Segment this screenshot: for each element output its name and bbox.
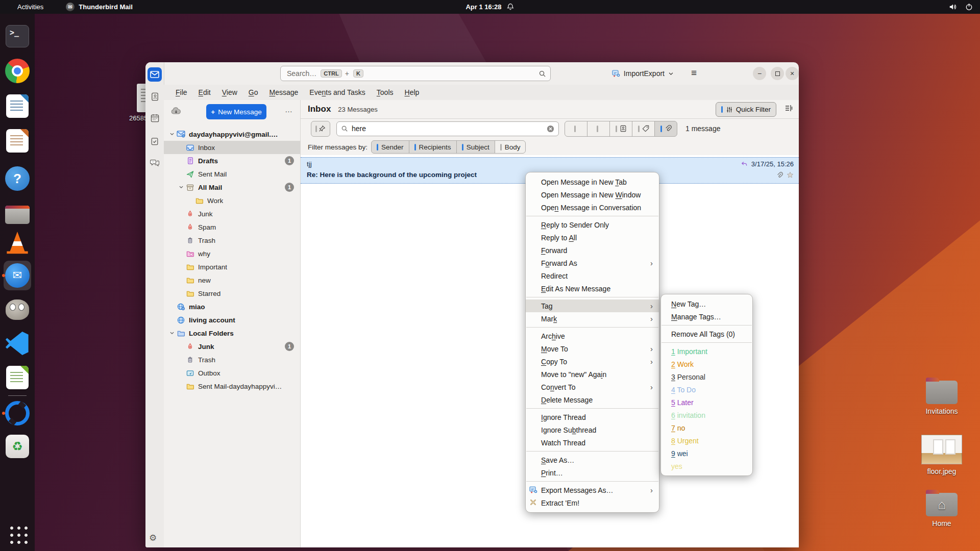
menu-item-watch-thread[interactable]: Watch Thread <box>526 436 659 449</box>
desktop-icon-floor-jpeg[interactable]: floor.jpeg <box>914 435 970 475</box>
desktop-icon-home[interactable]: ⌂ Home <box>914 489 970 528</box>
menubar-help[interactable]: Help <box>400 87 424 98</box>
filter-by-body-button[interactable]: Body <box>495 140 526 154</box>
menu-item-yes[interactable]: yes <box>661 460 752 472</box>
menu-item-3-personal[interactable]: 3 Personal <box>661 370 752 383</box>
menu-item-reply-to-all[interactable]: Reply to All <box>526 231 659 244</box>
folder-item-important[interactable]: Important <box>164 260 300 273</box>
settings-gear-icon[interactable]: ⚙ <box>149 533 157 543</box>
calendar-space-button[interactable] <box>149 112 160 123</box>
menu-item-4-to-do[interactable]: 4 To Do <box>661 383 752 396</box>
menu-item-forward[interactable]: Forward <box>526 244 659 257</box>
quick-filter-search-input[interactable]: here <box>336 121 559 136</box>
pin-filter-button[interactable] <box>311 121 330 137</box>
filter-by-recipients-button[interactable]: Recipients <box>409 140 457 154</box>
dock-item-help[interactable]: ? <box>0 166 35 191</box>
menu-item-tag[interactable]: Tag› <box>526 299 659 312</box>
menu-item-print[interactable]: Print… <box>526 466 659 479</box>
dock-item-vlc[interactable] <box>0 232 35 256</box>
address-book-space-button[interactable] <box>149 91 160 102</box>
menu-item-export-messages-as[interactable]: Export Messages As…› <box>526 484 659 496</box>
quick-filter-attachment-button[interactable] <box>654 121 677 137</box>
menu-item-8-urgent[interactable]: 8 Urgent <box>661 434 752 447</box>
menu-item-manage-tags[interactable]: Manage Tags… <box>661 310 752 323</box>
menubar-file[interactable]: File <box>171 87 192 98</box>
menu-item-6-invitation[interactable]: 6 invitation <box>661 409 752 421</box>
dock-item-terminal[interactable]: >_ <box>0 24 35 47</box>
menu-item-ignore-subthread[interactable]: Ignore Subthread <box>526 423 659 436</box>
close-button[interactable]: × <box>786 67 799 80</box>
system-status-menu[interactable] <box>949 3 973 11</box>
folder-item-junk[interactable]: Junk1 <box>164 340 300 353</box>
menu-item-2-work[interactable]: 2 Work <box>661 358 752 370</box>
dock-item-files[interactable] <box>0 202 35 224</box>
clear-search-button[interactable] <box>547 125 554 133</box>
filter-by-subject-button[interactable]: Subject <box>456 140 495 154</box>
folder-item-starred[interactable]: Starred <box>164 287 300 300</box>
folder-item-junk[interactable]: Junk <box>164 207 300 220</box>
folder-item-work[interactable]: Work <box>164 194 300 207</box>
dock-item-gimp[interactable] <box>0 297 35 320</box>
folder-item-living-account[interactable]: living account <box>164 313 300 327</box>
folder-item-sent-mail-daydayhappyvi[interactable]: Sent Mail-daydayhappyvi… <box>164 380 300 393</box>
menu-item-1-important[interactable]: 1 Important <box>661 345 752 358</box>
folder-item-why[interactable]: why <box>164 247 300 260</box>
app-menu-button[interactable]: ≡ <box>691 67 697 79</box>
menu-item-move-to-new-again[interactable]: Move to "new" Again <box>526 368 659 381</box>
folder-item-sent-mail[interactable]: Sent Mail <box>164 167 300 181</box>
maximize-button[interactable] <box>771 67 784 80</box>
dock-item-thunderbird[interactable]: ✉ <box>0 263 35 288</box>
menu-item-edit-as-new-message[interactable]: Edit As New Message <box>526 282 659 295</box>
menu-item-copy-to[interactable]: Copy To› <box>526 355 659 368</box>
menu-item-open-message-in-new-window[interactable]: Open Message in New Window <box>526 188 659 201</box>
get-messages-cloud-icon[interactable] <box>171 107 181 115</box>
menu-item-archive[interactable]: Archive <box>526 330 659 342</box>
menubar-edit[interactable]: Edit <box>194 87 215 98</box>
folder-item-drafts[interactable]: Drafts1 <box>164 154 300 167</box>
menubar-message[interactable]: Message <box>265 87 303 98</box>
filter-by-sender-button[interactable]: Sender <box>371 140 409 154</box>
menu-item-5-later[interactable]: 5 Later <box>661 396 752 409</box>
global-search-input[interactable]: Search… CTRL + K <box>280 66 551 81</box>
menu-item-reply-to-sender-only[interactable]: Reply to Sender Only <box>526 218 659 231</box>
focused-app-menu[interactable]: ✉ Thunderbird Mail <box>66 3 132 11</box>
menu-item-9-wei[interactable]: 9 wei <box>661 447 752 460</box>
quick-filter-contacts-button[interactable] <box>609 121 632 137</box>
folder-item-daydayhappyvivi-gmail-c[interactable]: daydayhappyvivi@gmail.c… <box>164 128 300 141</box>
menubar-view[interactable]: View <box>217 87 242 98</box>
folder-item-outbox[interactable]: Outbox <box>164 366 300 380</box>
dock-item-libreoffice-writer[interactable] <box>0 94 35 118</box>
menu-item-open-message-in-conversation[interactable]: Open Message in Conversation <box>526 201 659 214</box>
folder-item-trash[interactable]: Trash <box>164 353 300 366</box>
dock-item-trash[interactable]: ♻ <box>0 435 35 458</box>
quick-filter-tags-button[interactable] <box>632 121 655 137</box>
dock-item-libreoffice-impress[interactable] <box>0 129 35 153</box>
folder-pane-options-button[interactable]: … <box>285 105 293 114</box>
dock-item-show-apps[interactable] <box>0 521 35 544</box>
importexport-button[interactable]: ImportExport <box>612 66 674 81</box>
menu-item-ignore-thread[interactable]: Ignore Thread <box>526 411 659 423</box>
menu-item-new-tag[interactable]: New Tag… <box>661 297 752 310</box>
dock-item-vscode[interactable] <box>0 331 35 356</box>
chat-space-button[interactable] <box>149 157 160 168</box>
folder-item-new[interactable]: new <box>164 273 300 287</box>
mail-space-button[interactable] <box>148 67 162 82</box>
tasks-space-button[interactable] <box>149 136 160 147</box>
menu-item-delete-message[interactable]: Delete Message <box>526 393 659 406</box>
menu-item-7-no[interactable]: 7 no <box>661 421 752 434</box>
folder-item-all-mail[interactable]: All Mail1 <box>164 181 300 194</box>
menu-item-open-message-in-new-tab[interactable]: Open Message in New Tab <box>526 176 659 188</box>
quick-filter-unread-button[interactable] <box>565 121 587 137</box>
clock-menu[interactable]: Apr 1 16:28 <box>465 3 514 11</box>
menu-item-redirect[interactable]: Redirect <box>526 269 659 282</box>
new-message-button[interactable]: +New Message <box>206 104 266 119</box>
dock-item-chrome[interactable] <box>0 59 35 83</box>
minimize-button[interactable]: − <box>753 67 766 80</box>
dock-item-libreoffice-calc[interactable] <box>0 366 35 389</box>
folder-item-spam[interactable]: Spam <box>164 220 300 234</box>
menu-item-move-to[interactable]: Move To› <box>526 342 659 355</box>
desktop-icon-invitations[interactable]: Invitations <box>914 377 970 415</box>
menubar-tools[interactable]: Tools <box>372 87 398 98</box>
folder-item-trash[interactable]: Trash <box>164 234 300 247</box>
menu-item-remove-all-tags-0[interactable]: Remove All Tags (0) <box>661 328 752 340</box>
